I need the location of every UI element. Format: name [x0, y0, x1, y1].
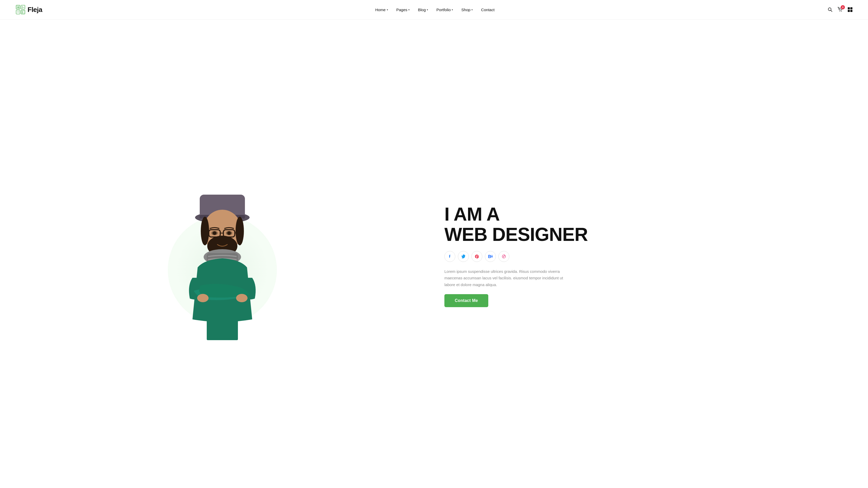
- svg-point-18: [201, 217, 209, 245]
- main-nav: Home ▾ Pages ▾ Blog ▾ Portfolio ▾ Shop ▾…: [375, 7, 495, 12]
- grid-menu-button[interactable]: [848, 7, 852, 12]
- svg-point-32: [197, 294, 209, 302]
- nav-blog[interactable]: Blog ▾: [418, 7, 428, 12]
- svg-point-12: [840, 11, 840, 12]
- search-button[interactable]: [828, 7, 833, 12]
- social-facebook[interactable]: [444, 251, 455, 262]
- nav-pages[interactable]: Pages ▾: [396, 7, 410, 12]
- svg-rect-34: [207, 318, 238, 340]
- cart-button[interactable]: 0: [837, 7, 843, 12]
- social-pinterest[interactable]: [471, 251, 482, 262]
- contact-me-button[interactable]: Contact Me: [444, 294, 488, 307]
- nav-home[interactable]: Home ▾: [375, 7, 388, 12]
- svg-rect-3: [21, 10, 25, 14]
- dribbble-icon: [502, 254, 506, 258]
- chevron-down-icon: ▾: [452, 8, 453, 11]
- grid-icon: [848, 7, 852, 12]
- hero-image-area: [21, 171, 424, 340]
- logo[interactable]: Fleja: [16, 5, 42, 14]
- hero-description: Lorem ipsum suspendisse ultrices gravida…: [444, 268, 569, 288]
- nav-contact[interactable]: Contact: [481, 7, 495, 12]
- hero-content: I AM A WEB DESIGNER: [424, 204, 847, 307]
- social-twitter[interactable]: [458, 251, 469, 262]
- header: Fleja Home ▾ Pages ▾ Blog ▾ Portfolio ▾ …: [0, 0, 868, 20]
- hero-person-illustration: [166, 174, 278, 340]
- logo-text: Fleja: [28, 6, 42, 14]
- svg-point-28: [227, 231, 231, 235]
- hero-section: I AM A WEB DESIGNER: [0, 20, 868, 487]
- chevron-down-icon: ▾: [408, 8, 410, 11]
- search-icon: [828, 7, 833, 12]
- chevron-down-icon: ▾: [427, 8, 428, 11]
- hero-heading: I AM A WEB DESIGNER: [444, 204, 847, 245]
- chevron-down-icon: ▾: [387, 8, 388, 11]
- svg-point-27: [213, 231, 216, 235]
- nav-actions: 0: [828, 7, 852, 12]
- svg-point-13: [841, 11, 842, 12]
- logo-icon: [16, 5, 26, 14]
- svg-line-11: [831, 10, 832, 12]
- social-links: [444, 251, 847, 262]
- cart-badge: 0: [841, 5, 845, 9]
- pinterest-icon: [475, 254, 479, 258]
- social-behance[interactable]: [485, 251, 496, 262]
- svg-point-19: [236, 217, 244, 245]
- facebook-icon: [448, 254, 452, 258]
- social-dribbble[interactable]: [498, 251, 509, 262]
- chevron-down-icon: ▾: [471, 8, 473, 11]
- nav-shop[interactable]: Shop ▾: [461, 7, 473, 12]
- svg-point-33: [236, 294, 248, 302]
- behance-icon: [488, 255, 493, 258]
- twitter-icon: [461, 254, 465, 258]
- nav-portfolio[interactable]: Portfolio ▾: [436, 7, 453, 12]
